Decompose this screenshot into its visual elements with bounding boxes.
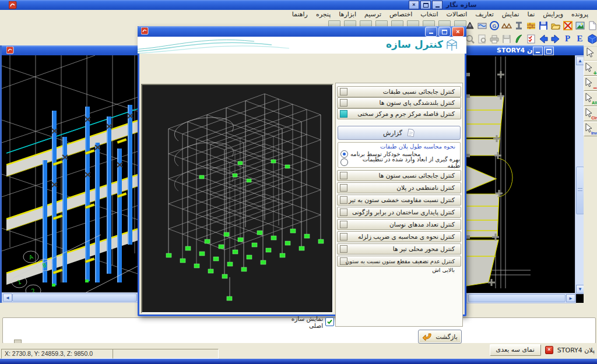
select-add-button[interactable]: + xyxy=(584,61,597,76)
left-3d-view[interactable]: A B 1 2 3 4 5 xyxy=(2,55,138,292)
dialog-body: نمایش سازه اصلی کنترل جابجائی نسبی طبقات… xyxy=(138,54,463,314)
menu-tools[interactable]: ابزارها xyxy=(335,10,360,19)
open-folder-icon[interactable] xyxy=(549,19,561,31)
dialog-minimize-button[interactable] xyxy=(425,27,437,37)
radio-use-story-settings[interactable]: بهره گیری از ابعاد وارد شده در تنظیمات ط… xyxy=(340,158,460,166)
g-load-icon[interactable]: G xyxy=(488,19,500,31)
control-beam-local-axis[interactable]: کنترل محور محلی تیر ها xyxy=(337,243,461,255)
print-preview-icon[interactable] xyxy=(476,33,488,45)
menu-connections[interactable]: اتصالات xyxy=(443,10,472,19)
show-structure-checkbox[interactable] xyxy=(325,317,334,326)
x-bracing-icon[interactable] xyxy=(561,19,574,31)
dialog-maximize-button[interactable] xyxy=(438,27,451,37)
right-window-maximize-button[interactable] xyxy=(544,47,554,55)
control-seismic-coefficient[interactable]: کنترل نحوه ی محاسبه ی ضریب زلزله xyxy=(337,231,461,242)
view-3d-cube-icon[interactable] xyxy=(586,33,597,45)
app-title: سازه نگار xyxy=(444,1,477,9)
app-maximize-button[interactable] xyxy=(420,1,431,9)
close-plan-tab-icon[interactable]: × xyxy=(545,346,553,354)
right-window-titlebar[interactable]: پلان STORY4 xyxy=(466,45,584,55)
app-logo-icon xyxy=(9,1,17,9)
select-remove-button[interactable]: − xyxy=(584,76,597,91)
control-overturning-stability[interactable]: کنترل پایداری ساختمان در برابر واژگونی xyxy=(337,207,461,218)
control-column-uplift[interactable]: کنترل بلندشدگی پای ستون ها xyxy=(337,97,461,108)
dialog-logo-icon xyxy=(141,27,149,35)
app-close-button[interactable]: × xyxy=(409,1,419,9)
control-plan-irregularity[interactable]: کنترل نامنظمی در پلان xyxy=(337,182,461,193)
menu-draw[interactable]: ترسیم xyxy=(360,10,385,19)
steel-beam-icon[interactable] xyxy=(512,19,525,31)
left-3d-window: A B 1 2 3 4 5 ◄ xyxy=(0,45,140,303)
menu-display[interactable]: نمایش xyxy=(498,10,524,19)
structure-glyph-icon xyxy=(445,38,458,51)
report-button[interactable]: گزارش xyxy=(338,126,461,140)
check-icon xyxy=(326,319,333,325)
menu-view[interactable]: نما xyxy=(524,10,539,19)
show-structure-label: نمایش سازه اصلی xyxy=(276,315,323,329)
cursor-icon xyxy=(584,47,596,58)
dialog-titlebar[interactable]: × xyxy=(138,26,466,37)
nav-forward-icon[interactable] xyxy=(549,33,561,45)
check-report-icon[interactable] xyxy=(525,33,537,45)
left-window-titlebar[interactable] xyxy=(2,45,138,55)
right-plan-window: پلان STORY4 xyxy=(466,45,584,303)
app-minimize-button[interactable] xyxy=(432,1,443,9)
menu-select[interactable]: انتخاب xyxy=(416,10,442,19)
right-window-hscrollbar[interactable]: ► xyxy=(466,293,576,303)
scroll-down-icon[interactable]: ▼ xyxy=(576,285,584,294)
dialog-close-button[interactable]: × xyxy=(452,27,464,37)
control-column-drift[interactable]: کنترل جابجائی نسبی ستون ها xyxy=(337,170,461,181)
control-story-drift[interactable]: کنترل جابجائی نسبی طبقات xyxy=(337,86,461,97)
new-document-icon[interactable] xyxy=(586,19,597,31)
menu-help[interactable]: راهنما xyxy=(288,10,312,19)
tab-plan-story4[interactable]: پلان STORY4 xyxy=(557,347,595,354)
edit-pen-icon[interactable] xyxy=(512,33,525,45)
menu-assign[interactable]: اختصاص xyxy=(385,10,416,19)
back-button[interactable]: بازگشت xyxy=(418,330,462,344)
scroll-left-icon[interactable]: ◄ xyxy=(3,294,12,302)
letter-e-icon[interactable]: E xyxy=(574,33,586,45)
select-all-button[interactable]: All xyxy=(584,91,597,106)
calc-method-title: نحوه محاسبه طول پلان طبقات xyxy=(380,143,455,150)
back-arrow-icon xyxy=(422,332,433,341)
save-icon[interactable] xyxy=(537,19,549,31)
select-invert-button[interactable]: Inv xyxy=(584,122,597,136)
toolbar-main-group: G xyxy=(463,19,597,31)
control-mass-stiffness-distance[interactable]: کنترل فاصله مرکز جرم و مرکز سختی xyxy=(337,108,461,119)
select-clear-button[interactable]: Clr xyxy=(584,107,597,121)
brick-wall-icon[interactable] xyxy=(525,19,537,31)
tab-3d-view[interactable]: نمای سه بعدی xyxy=(490,344,541,356)
select-pointer-button[interactable] xyxy=(584,46,597,61)
indicator-square-active xyxy=(340,110,347,118)
application-window: × سازه نگار پرونده ویرایش نما نمایش تعار… xyxy=(0,0,597,364)
menu-edit[interactable]: ویرایش xyxy=(539,10,567,19)
control-mode-count[interactable]: کنترل تعداد مدهای نوسان xyxy=(337,219,461,230)
save-disabled-icon[interactable] xyxy=(500,33,512,45)
render-image-icon[interactable] xyxy=(574,19,586,31)
control-column-section-weakening[interactable]: کنترل عدم تضعیف مقطع ستون نسبت به ستون ب… xyxy=(337,256,461,267)
window-bottom-edge xyxy=(0,359,597,364)
print-icon[interactable] xyxy=(488,33,500,45)
control-column-beam-strength-ratio[interactable]: کنترل نسبت مقاومت خمشی ستون به تیر xyxy=(337,195,461,206)
truss-icon[interactable] xyxy=(500,19,512,31)
toolbar-secondary-group: P E xyxy=(463,33,597,45)
left-window-hscrollbar[interactable]: ◄ xyxy=(2,292,139,303)
calc-method-group: نحوه محاسبه طول پلان طبقات محاسبه خودکار… xyxy=(338,142,461,168)
scroll-right-icon[interactable]: ► xyxy=(566,294,575,302)
right-window-minimize-button[interactable] xyxy=(533,47,543,55)
scroll-up-icon[interactable]: ▲ xyxy=(576,56,584,65)
nav-back-icon[interactable] xyxy=(537,33,549,45)
menu-file[interactable]: پرونده xyxy=(567,10,592,19)
structure-3d-viewport[interactable] xyxy=(141,84,333,313)
letter-p-icon[interactable]: P xyxy=(561,33,574,45)
window-logo-icon xyxy=(6,47,14,54)
right-plan-view[interactable] xyxy=(466,55,575,293)
status-bar: X: 2730.8, Y: 24859.3, Z: 9850.0 نمای سه… xyxy=(0,343,597,359)
menu-window[interactable]: پنجره xyxy=(312,10,335,19)
radio-selected-icon xyxy=(340,150,348,158)
menu-definitions[interactable]: تعاریف xyxy=(471,10,497,19)
water-level-icon[interactable] xyxy=(476,19,488,31)
dialog-header: کنترل سازه xyxy=(138,37,466,54)
app-title-cluster: × سازه نگار xyxy=(409,1,479,9)
column xyxy=(52,111,57,285)
